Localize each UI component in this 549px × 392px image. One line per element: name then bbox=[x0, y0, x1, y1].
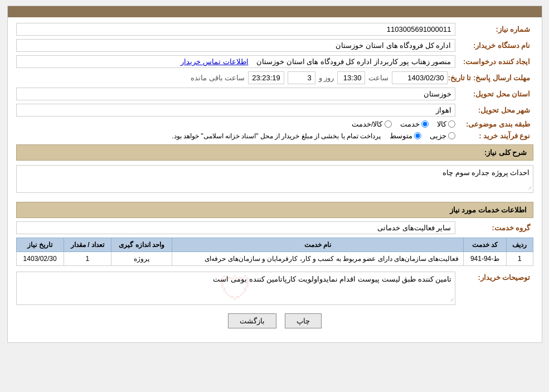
ittelaat-tamas-link[interactable]: اطلاعات تماس خریدار bbox=[181, 57, 248, 66]
ostan-label: استان محل تحویل: bbox=[455, 90, 533, 98]
shomare-niaz-label: شماره نیاز: bbox=[455, 25, 533, 33]
shahr-row: شهر محل تحویل: اهواز bbox=[16, 104, 533, 117]
content-area: شماره نیاز: 1103005691000011 نام دستگاه … bbox=[8, 17, 542, 342]
grouh-value: سایر فعالیت‌های خدماتی bbox=[16, 221, 455, 234]
cell-nam: فعالیت‌های سازمان‌های دارای عضو مربوط به… bbox=[172, 252, 464, 266]
cell-vahed: پروژه bbox=[111, 252, 172, 266]
tabaqe-radio-khadamat-label: خدمت bbox=[400, 120, 420, 128]
service-table: ردیف کد خدمت نام خدمت واحد اندازه گیری ت… bbox=[16, 238, 533, 266]
nam-dastgah-value: اداره کل فرودگاه های استان خوزستان bbox=[16, 39, 455, 52]
shomare-niaz-row: شماره نیاز: 1103005691000011 bbox=[16, 23, 533, 36]
mohlat-baghimande-label: ساعت باقی مانده bbox=[191, 74, 245, 82]
farayand-motevaset-label: متوسط bbox=[390, 132, 412, 140]
ijad-konande-text: منصور زهتاب پور کاربرداز اداره کل فرودگا… bbox=[256, 57, 451, 66]
shahr-value: اهواز bbox=[16, 104, 455, 117]
mohlat-date-row: 1403/02/30 ساعت 13:30 روز و 3 23:23:19 س… bbox=[16, 71, 448, 84]
toseif-section: توصیحات خریدار: 🛡 تامین کننده طبق لیست پ… bbox=[16, 272, 533, 305]
cell-tarikh: 1403/02/30 bbox=[16, 252, 64, 266]
chap-button[interactable]: چاپ bbox=[285, 313, 322, 328]
tabaqe-radio-khadamat-input[interactable] bbox=[421, 120, 429, 128]
nam-dastgah-row: نام دستگاه خریدار: اداره کل فرودگاه های … bbox=[16, 39, 533, 52]
ijad-konande-label: ایجاد کننده درخواست: bbox=[455, 57, 533, 66]
noe-farayand-label: نوع فرآیند خرید : bbox=[455, 132, 533, 140]
sharh-box: احداث پروژه جداره سوم چاه ↗ bbox=[16, 165, 533, 193]
farayand-radio-motevaset-input[interactable] bbox=[414, 132, 421, 139]
farayand-radio-jozii-input[interactable] bbox=[448, 132, 455, 139]
bazgasht-button[interactable]: بازگشت bbox=[228, 313, 276, 328]
tabaqe-radio-kala-khadamat-label: کالا/خدمت bbox=[352, 120, 383, 128]
cell-tedad: 1 bbox=[64, 252, 111, 266]
tabaqe-radio-kala-khadamat-input[interactable] bbox=[385, 120, 392, 128]
main-container: شماره نیاز: 1103005691000011 نام دستگاه … bbox=[7, 6, 542, 343]
tabaqe-row: طبقه بندی موضوعی: کالا/خدمت خدمت کالا bbox=[16, 120, 533, 128]
ostan-row: استان محل تحویل: خوزستان bbox=[16, 88, 533, 100]
farayand-description: پرداخت تمام یا بخشی از مبلغ خریدار از مح… bbox=[172, 132, 381, 140]
table-header-vahed: واحد اندازه گیری bbox=[111, 238, 172, 252]
services-section-header: اطلاعات خدمات مورد نیاز bbox=[16, 202, 533, 218]
cell-radif: 1 bbox=[506, 252, 533, 266]
tabaqe-radio-group: کالا/خدمت خدمت کالا bbox=[352, 120, 455, 128]
farayand-jozii-label: جزیی bbox=[430, 132, 446, 140]
table-header-tedad: تعداد / مقدار bbox=[64, 238, 111, 252]
tabaqe-radio-kala: کالا bbox=[437, 120, 455, 128]
grouh-label: گروه خدمت: bbox=[455, 224, 533, 232]
table-header-tarikh: تاریخ نیاز bbox=[16, 238, 64, 252]
sharh-container: احداث پروژه جداره سوم چاه ↗ bbox=[16, 163, 533, 197]
page-title bbox=[8, 6, 542, 17]
ijad-konande-row: ایجاد کننده درخواست: منصور زهتاب پور کار… bbox=[16, 55, 533, 68]
mohlat-row: مهلت ارسال پاسخ: تا تاریخ: 1403/02/30 سا… bbox=[16, 71, 533, 84]
farayand-radio-jozii: جزیی bbox=[430, 132, 455, 140]
table-header-nam: نام خدمت bbox=[172, 238, 464, 252]
tabaqe-radio-khadamat: خدمت bbox=[400, 120, 429, 128]
table-header-kod: کد خدمت bbox=[464, 238, 507, 252]
mohlat-saat-label: ساعت bbox=[368, 74, 388, 82]
shahr-label: شهر محل تحویل: bbox=[455, 106, 533, 114]
mohlat-roz-value: 3 bbox=[288, 71, 315, 84]
nam-dastgah-label: نام دستگاه خریدار: bbox=[455, 41, 533, 50]
toseif-watermark-area: 🛡 تامین کننده طبق لیست پیوست اقدام نماید… bbox=[16, 272, 455, 305]
table-header-radif: ردیف bbox=[506, 238, 533, 252]
noe-farayand-row: نوع فرآیند خرید : جزیی متوسط پرداخت تمام… bbox=[16, 132, 533, 140]
tabaqe-label: طبقه بندی موضوعی: bbox=[455, 120, 533, 128]
cell-kod: ط-94-941 bbox=[464, 252, 507, 266]
mohlat-date-value: 1403/02/30 bbox=[392, 71, 448, 84]
shomare-niaz-value: 1103005691000011 bbox=[16, 23, 455, 36]
purchase-type-row: جزیی متوسط پرداخت تمام یا بخشی از مبلغ خ… bbox=[172, 132, 455, 140]
mohlat-roz-label: روز و bbox=[319, 74, 334, 82]
sharh-section-header: شرح کلی نیاز: bbox=[16, 144, 533, 161]
mohlat-baghimande-value: 23:23:19 bbox=[248, 71, 284, 84]
grouh-row: گروه خدمت: سایر فعالیت‌های خدماتی bbox=[16, 221, 533, 234]
ostan-value: خوزستان bbox=[16, 88, 455, 100]
tabaqe-radio-kala-khadamat: کالا/خدمت bbox=[352, 120, 392, 128]
farayand-radio-motevaset: متوسط bbox=[390, 132, 421, 140]
toseif-label: توصیحات خریدار: bbox=[455, 272, 533, 282]
table-row: 1 ط-94-941 فعالیت‌های سازمان‌های دارای ع… bbox=[16, 252, 533, 266]
toseif-box: 🛡 تامین کننده طبق لیست پیوست اقدام نماید… bbox=[16, 272, 455, 305]
mohlat-label: مهلت ارسال پاسخ: تا تاریخ: bbox=[448, 74, 533, 82]
tabaqe-radio-kala-input[interactable] bbox=[448, 120, 455, 128]
buttons-row: چاپ بازگشت bbox=[16, 313, 533, 328]
ijad-konande-value: منصور زهتاب پور کاربرداز اداره کل فرودگا… bbox=[16, 55, 455, 68]
tabaqe-radio-kala-label: کالا bbox=[437, 120, 446, 128]
mohlat-saat-value: 13:30 bbox=[337, 71, 365, 84]
sharh-value: احداث پروژه جداره سوم چاه bbox=[443, 168, 529, 177]
